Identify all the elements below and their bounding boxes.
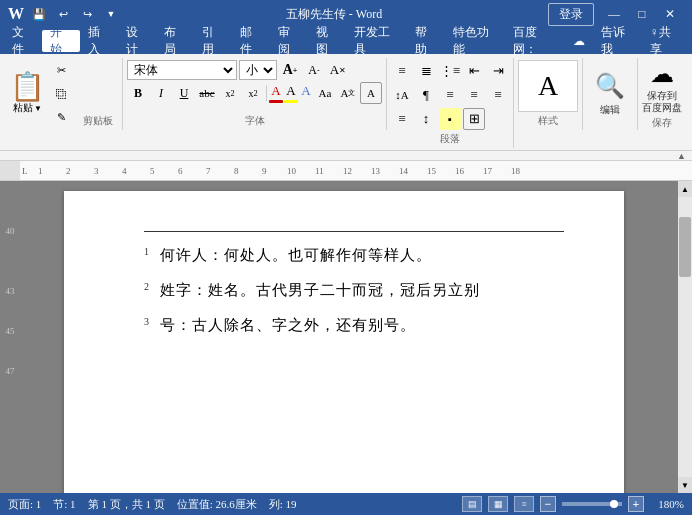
font-shrink-button[interactable]: A-	[303, 59, 325, 81]
decrease-indent-button[interactable]: ⇤	[463, 60, 485, 82]
copy-button[interactable]: ⿻	[47, 85, 75, 103]
numbering-button[interactable]: ≣	[415, 60, 437, 82]
format-painter-button[interactable]: ✎	[47, 108, 75, 126]
svg-text:8: 8	[234, 166, 239, 176]
scroll-up-button[interactable]: ▲	[678, 181, 692, 197]
zoom-slider[interactable]	[562, 502, 622, 506]
show-marks-button[interactable]: ¶	[415, 84, 437, 106]
customize-icon[interactable]: ▼	[102, 5, 120, 23]
menu-developer[interactable]: 开发工具	[346, 30, 406, 52]
ruler-scale: L 1 2 3 4 5 6 7 8 9 10 11 12 13 14 15 16…	[20, 161, 692, 180]
increase-indent-button[interactable]: ⇥	[487, 60, 509, 82]
font-color-wrap[interactable]: A	[269, 83, 283, 103]
underline-button[interactable]: U	[173, 82, 195, 104]
menu-features[interactable]: 特色功能	[445, 30, 505, 52]
align-center-button[interactable]: ≡	[463, 84, 485, 106]
zoom-level: 180%	[650, 498, 684, 510]
line-spacing-button[interactable]: ↕	[415, 108, 437, 130]
menu-layout[interactable]: 布局	[156, 30, 194, 52]
align-right-button[interactable]: ≡	[487, 84, 509, 106]
edit-label: 编辑	[600, 103, 620, 117]
font-family-select[interactable]: 宋体 黑体 楷体	[127, 60, 237, 80]
style-preview[interactable]: A	[518, 60, 578, 112]
highlight-wrap[interactable]: A	[284, 83, 298, 103]
cut-button[interactable]: ✂	[47, 62, 75, 80]
menu-mail[interactable]: 邮件	[232, 30, 270, 52]
menu-cloud[interactable]: ☁	[565, 30, 593, 52]
para-row2: ↕A ¶ ≡ ≡ ≡	[391, 84, 509, 106]
save-cloud-icon: ☁	[650, 60, 674, 88]
zoom-in-button[interactable]: +	[628, 496, 644, 512]
scroll-down-button[interactable]: ▼	[678, 477, 692, 493]
svg-text:13: 13	[371, 166, 381, 176]
ribbon-collapse[interactable]: ▲	[0, 151, 692, 161]
undo-icon[interactable]: ↩	[54, 5, 72, 23]
bold-button[interactable]: B	[127, 82, 149, 104]
font-grow-button[interactable]: A+	[279, 59, 301, 81]
paragraph-3: 3 号：古人除名、字之外，还有别号。	[144, 312, 564, 339]
clear-format-button[interactable]: A✕	[327, 59, 349, 81]
subscript-button[interactable]: x2	[219, 82, 241, 104]
superscript-button[interactable]: x2	[242, 82, 264, 104]
menu-search[interactable]: 告诉我	[593, 30, 642, 52]
paste-dropdown-arrow[interactable]: ▼	[34, 104, 42, 113]
menu-design[interactable]: 设计	[118, 30, 156, 52]
zoom-out-button[interactable]: −	[540, 496, 556, 512]
paste-button[interactable]: 📋 粘贴 ▼	[10, 60, 45, 128]
menu-home[interactable]: 开始	[42, 30, 80, 52]
sort-button[interactable]: ↕A	[391, 84, 413, 106]
highlight-dot	[284, 100, 298, 103]
font-color-icon: A	[271, 83, 280, 99]
italic-button[interactable]: I	[150, 82, 172, 104]
shading-button[interactable]: ▪	[439, 108, 461, 130]
clipboard-sub-buttons: ✂ ⿻ ✎	[47, 60, 75, 128]
menu-insert[interactable]: 插入	[80, 30, 118, 52]
font-case-button[interactable]: Aa	[314, 82, 336, 104]
ruler-svg: L 1 2 3 4 5 6 7 8 9 10 11 12 13 14 15 16…	[20, 161, 692, 180]
login-button[interactable]: 登录	[548, 3, 594, 26]
font-row1: 宋体 黑体 楷体 小五 五号 小四 四号 A+ A- A✕	[127, 60, 382, 80]
strikethrough-button[interactable]: abc	[196, 82, 218, 104]
para-text-1[interactable]: 何许人：何处人。也可解作何等样人。	[160, 242, 432, 269]
scroll-thumb[interactable]	[679, 217, 691, 277]
justify-button[interactable]: ≡	[391, 108, 413, 130]
menu-view[interactable]: 视图	[308, 30, 346, 52]
align-left-button[interactable]: ≡	[439, 84, 461, 106]
phonetic-guide-button[interactable]: A文	[337, 82, 359, 104]
view-print-layout[interactable]: ▤	[462, 496, 482, 512]
para-text-3[interactable]: 号：古人除名、字之外，还有别号。	[160, 312, 416, 339]
format-painter-icon: ✎	[57, 111, 66, 124]
menu-baidu[interactable]: 百度网：	[505, 30, 565, 52]
separator	[266, 85, 267, 101]
multilevel-button[interactable]: ⋮≡	[439, 60, 461, 82]
edit-search-icon: 🔍	[595, 72, 625, 100]
collapse-icon: ▲	[677, 151, 686, 161]
paste-label-row: 粘贴 ▼	[13, 101, 42, 115]
save-quick-icon[interactable]: 💾	[30, 5, 48, 23]
view-web-layout[interactable]: ▦	[488, 496, 508, 512]
bullets-button[interactable]: ≡	[391, 60, 413, 82]
redo-icon[interactable]: ↪	[78, 5, 96, 23]
style-display[interactable]: A	[518, 60, 578, 112]
menu-review[interactable]: 审阅	[270, 30, 308, 52]
word-icon: W	[8, 5, 24, 23]
menu-references[interactable]: 引用	[194, 30, 232, 52]
menu-help[interactable]: 帮助	[407, 30, 445, 52]
status-section: 节: 1	[53, 497, 75, 512]
edit-button[interactable]: 🔍 编辑	[587, 68, 633, 120]
para-text-2[interactable]: 姓字：姓名。古代男子二十而冠，冠后另立别	[160, 277, 480, 304]
view-read-mode[interactable]: ≡	[514, 496, 534, 512]
svg-text:5: 5	[150, 166, 155, 176]
right-scrollbar[interactable]: ▲ ▼	[678, 181, 692, 493]
save-baidu-button[interactable]: ☁ 保存到 百度网盘	[642, 60, 682, 114]
style-label: 样式	[518, 112, 578, 128]
scroll-track[interactable]	[678, 197, 692, 477]
menu-share[interactable]: ♀共享	[642, 30, 688, 52]
text-effect-wrap[interactable]: A	[299, 83, 313, 103]
font-size-select[interactable]: 小五 五号 小四 四号	[239, 60, 277, 80]
char-border-button[interactable]: A	[360, 82, 382, 104]
edit-icon-wrap[interactable]: 🔍 编辑	[587, 60, 633, 128]
menu-file[interactable]: 文件	[4, 30, 42, 52]
document-page[interactable]: 1 何许人：何处人。也可解作何等样人。 2 姓字：姓名。古代男子二十而冠，冠后另…	[64, 191, 624, 493]
borders-button[interactable]: ⊞	[463, 108, 485, 130]
